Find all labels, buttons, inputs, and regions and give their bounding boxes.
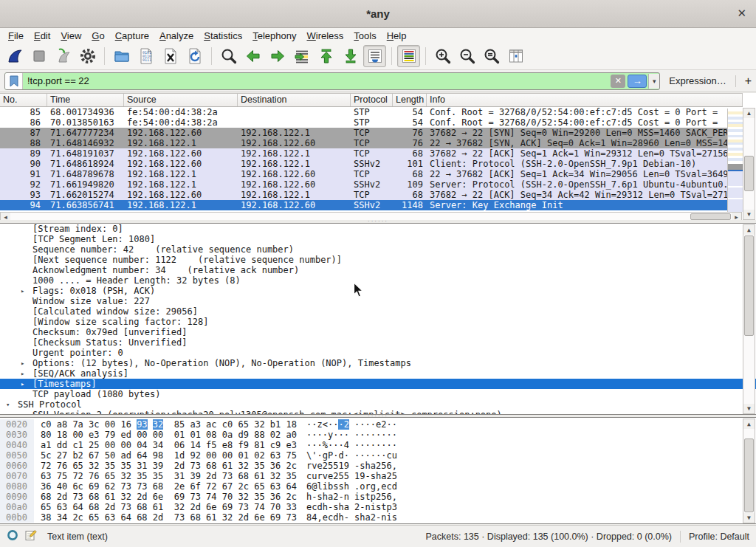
scroll-down-icon[interactable]: ▼ [743,513,755,523]
open-file-icon[interactable] [110,45,133,67]
expander-closed-icon[interactable]: ▸ [21,286,24,296]
menu-go[interactable]: Go [86,30,109,42]
menu-tools[interactable]: Tools [348,30,381,42]
hex-bytes[interactable]: 68 2d 73 68 61 32 2d 6e 69 73 74 70 32 3… [41,492,297,502]
zoom-original-icon[interactable] [480,45,503,67]
column-header-length[interactable]: Length [393,94,427,106]
go-first-icon[interactable] [315,45,337,67]
column-header-destination[interactable]: Destination [238,94,351,106]
hex-row-0090[interactable]: 009068 2d 73 68 61 32 2d 6e 69 73 74 70 … [0,492,756,502]
hex-row-0060[interactable]: 006072 76 65 32 35 35 31 39 2d 73 68 61 … [0,461,756,471]
tree-item[interactable]: ▸Flags: 0x018 (PSH, ACK) [0,286,756,296]
hex-row-00a0[interactable]: 00a065 63 64 68 2d 73 68 61 32 2d 6e 69 … [0,502,756,512]
expander-closed-icon[interactable]: ▸ [21,368,24,379]
add-filter-button[interactable]: + [745,75,752,88]
tree-item[interactable]: Urgent pointer: 0 [0,348,756,358]
column-header-no[interactable]: No. [0,94,47,106]
scrollbar-thumb[interactable] [744,438,754,512]
colorize-icon[interactable] [397,45,420,67]
zoom-in-icon[interactable] [431,45,454,67]
hex-bytes[interactable]: 63 75 72 76 65 32 35 35 31 39 2d 73 68 6… [41,471,297,481]
menu-help[interactable]: Help [382,30,412,42]
auto-scroll-icon[interactable] [363,45,386,67]
column-header-protocol[interactable]: Protocol [351,94,393,106]
hex-row-0070[interactable]: 007063 75 72 76 65 32 35 35 31 39 2d 73 … [0,471,756,481]
filter-apply-icon[interactable]: → [628,75,647,88]
hex-row-0020[interactable]: 0020c0 a8 7a 3c 00 16 93 32 85 a3 ac c0 … [0,419,756,430]
hex-ascii[interactable]: h-sha2-n istp256, [306,492,397,502]
hex-row-0030[interactable]: 003080 18 00 e3 79 ed 00 00 01 01 08 0a … [0,430,756,440]
find-packet-icon[interactable] [217,45,240,67]
hex-bytes[interactable]: 80 18 00 e3 79 ed 00 00 01 01 08 0a d9 8… [41,430,297,440]
hex-ascii[interactable]: ···%···4 ········ [306,440,397,450]
menu-telephony[interactable]: Telephony [247,30,301,42]
scroll-up-icon[interactable]: ▲ [743,225,755,235]
filter-bookmark-icon[interactable] [5,73,23,89]
hex-row-0050[interactable]: 00505c 27 b2 67 50 ad 64 98 1d 92 00 00 … [0,450,756,461]
hex-ascii[interactable]: \'·gP·d· ······cu [306,450,397,461]
menu-capture[interactable]: Capture [110,30,154,42]
hex-bytes[interactable]: 36 40 6c 69 62 73 73 68 2e 6f 72 67 2c 6… [41,481,297,492]
scrollbar-thumb[interactable] [690,213,731,220]
scrollbar-thumb[interactable] [744,235,754,336]
filter-dropdown-icon[interactable]: ▾ [648,74,659,89]
restart-capture-icon[interactable] [52,45,75,67]
resize-columns-icon[interactable] [504,45,527,67]
tree-item[interactable]: Checksum: 0x79ed [unverified] [0,327,756,337]
hex-ascii[interactable]: curve255 19-sha25 [306,471,397,481]
filter-clear-icon[interactable]: ✕ [611,75,625,88]
hex-bytes[interactable]: 38 34 2c 65 63 64 68 2d 73 68 61 32 2d 6… [41,512,297,523]
profile-text[interactable]: Profile: Default [689,531,749,542]
packet-row-93[interactable]: 9371.662015274192.168.122.60192.168.122.… [0,190,727,200]
intelligent-scrollbar-minimap[interactable] [727,109,743,212]
expander-closed-icon[interactable]: ▸ [21,358,24,368]
scrollbar-thumb[interactable] [744,156,754,191]
go-back-icon[interactable] [241,45,264,67]
menu-analyze[interactable]: Analyze [154,30,199,42]
hex-ascii[interactable]: rve25519 -sha256, [306,461,397,471]
tree-item[interactable]: [Checksum Status: Unverified] [0,337,756,348]
tree-item[interactable]: ▾SSH Protocol [0,399,756,410]
menu-statistics[interactable]: Statistics [199,30,247,42]
expert-info-icon[interactable] [7,529,18,543]
go-last-icon[interactable] [339,45,362,67]
tree-item[interactable]: ▸Options: (12 bytes), No-Operation (NOP)… [0,358,756,368]
hex-row-00b0[interactable]: 00b038 34 2c 65 63 64 68 2d 73 68 61 32 … [0,512,756,523]
packet-row-88[interactable]: 8871.648146932192.168.122.1192.168.122.6… [0,138,727,148]
capture-options-icon[interactable] [76,45,99,67]
expander-closed-icon[interactable]: ▸ [21,379,24,389]
tree-item[interactable]: 1000 .... = Header Length: 32 bytes (8) [0,275,756,286]
packet-row-85[interactable]: 8568.001734936fe:54:00:d4:38:2aSTP54Conf… [0,107,727,117]
menu-file[interactable]: File [3,30,29,42]
expander-closed-icon[interactable]: ▸ [21,410,24,415]
packet-row-94[interactable]: 9471.663856741192.168.122.1192.168.122.6… [0,200,727,210]
hex-ascii[interactable]: ··z<···2 ····e2·· [306,419,397,430]
details-vertical-scrollbar[interactable]: ▲ ▼ [743,224,755,414]
hex-bytes[interactable]: 5c 27 b2 67 50 ad 64 98 1d 92 00 00 01 0… [41,450,297,461]
capture-comment-icon[interactable] [25,529,37,543]
hex-row-0080[interactable]: 008036 40 6c 69 62 73 73 68 2e 6f 72 67 … [0,481,756,492]
scroll-up-icon[interactable]: ▲ [743,109,755,118]
tree-item[interactable]: ▸[Timestamps] [0,379,756,389]
scroll-down-icon[interactable]: ▼ [743,404,755,413]
hex-ascii[interactable]: ····y··· ········ [306,430,397,440]
menu-wireless[interactable]: Wireless [302,30,349,42]
column-header-source[interactable]: Source [124,94,238,106]
stop-capture-icon[interactable] [27,45,50,67]
go-forward-icon[interactable] [266,45,289,67]
hex-ascii[interactable]: 84,ecdh- sha2-nis [306,512,397,523]
close-icon[interactable]: ✕ [737,7,746,20]
tree-item[interactable]: [Window size scaling factor: 128] [0,317,756,327]
display-filter-field[interactable]: !tcp.port == 22 ✕ → ▾ [4,72,660,90]
expander-open-icon[interactable]: ▾ [6,399,10,410]
tree-item[interactable]: TCP payload (1080 bytes) [0,389,756,399]
packet-row-89[interactable]: 8971.648191037192.168.122.60192.168.122.… [0,148,727,159]
hex-bytes[interactable]: 65 63 64 68 2d 73 68 61 32 2d 6e 69 73 7… [41,502,297,512]
tree-item[interactable]: Acknowledgment number: 34 (relative ack … [0,265,756,275]
column-header-info[interactable]: Info [427,94,743,106]
expression-button[interactable]: Expression… [669,75,726,86]
tree-item[interactable]: [Stream index: 0] [0,224,756,234]
packet-list-vertical-scrollbar[interactable]: ▲ ▼ [743,108,755,220]
hex-ascii[interactable]: 6@libssh .org,ecd [306,481,397,492]
hex-row-0040[interactable]: 0040a1 dd c1 25 00 00 04 34 06 14 f5 e8 … [0,440,756,450]
